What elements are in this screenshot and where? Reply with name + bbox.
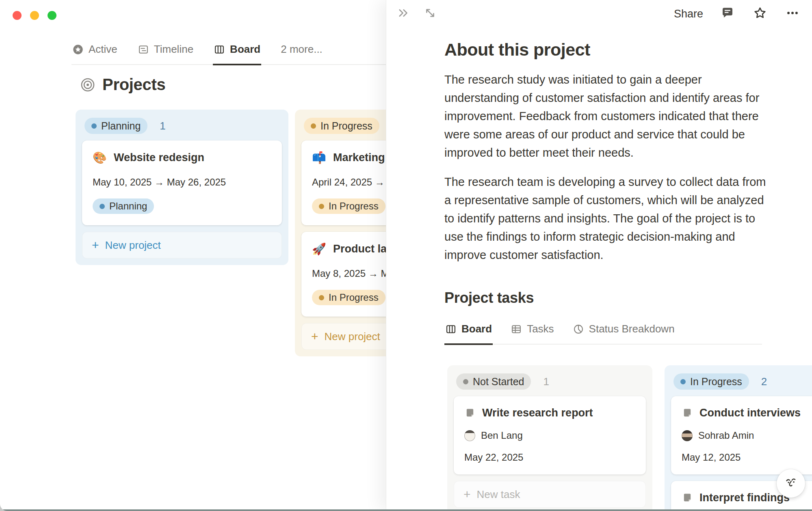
tab-label: Status Breakdown — [589, 323, 675, 335]
notion-ai-face-icon — [782, 474, 800, 493]
page-icon — [682, 492, 693, 504]
tab-label: 2 more... — [281, 43, 323, 56]
card-status-tag: Planning — [93, 198, 154, 214]
expand-diagonal-icon — [423, 6, 437, 22]
tab-tasks-table-view[interactable]: Tasks — [510, 318, 554, 345]
new-project-button[interactable]: + New project — [82, 232, 282, 259]
column-count: 2 — [761, 375, 767, 388]
plus-icon: + — [311, 330, 318, 343]
status-dot — [311, 123, 316, 129]
task-card-write-research-report[interactable]: Write research report Ben Lang May 22, 2… — [454, 396, 646, 474]
status-dot — [319, 295, 324, 300]
new-project-label: New project — [325, 330, 380, 343]
task-title: Interpret findings — [699, 492, 790, 504]
task-view-tabs: Board Tasks Status Breakdown — [444, 318, 762, 345]
task-title: Write research report — [482, 407, 593, 419]
board-columns-icon — [445, 323, 457, 335]
task-title: Conduct interviews — [699, 407, 801, 419]
column-header: In Progress 2 — [671, 373, 812, 390]
tab-label: Active — [89, 43, 117, 56]
new-task-button[interactable]: + New task — [454, 481, 646, 508]
plus-icon: + — [463, 488, 471, 500]
plus-icon: + — [92, 239, 99, 251]
avatar-ben-lang — [464, 430, 475, 441]
page-title: Projects — [102, 75, 165, 94]
column-header: Planning 1 — [82, 118, 282, 134]
notion-window: Active Timeline Board 2 more... Projects — [0, 0, 812, 511]
palette-emoji-icon: 🎨 — [93, 151, 107, 164]
column-count: 1 — [160, 120, 165, 132]
tab-task-board-view[interactable]: Board — [444, 318, 493, 345]
notion-ai-button[interactable] — [777, 469, 805, 498]
status-pill-planning[interactable]: Planning — [84, 118, 147, 134]
about-paragraph-1: The research study was initiated to gain… — [444, 71, 766, 162]
bullseye-icon — [80, 78, 95, 92]
status-dot — [680, 379, 686, 384]
more-options-button[interactable] — [784, 6, 801, 22]
column-count: 1 — [543, 375, 549, 388]
avatar-sohrab-amin — [682, 430, 693, 441]
card-status-tag: In Progress — [312, 290, 385, 305]
close-window-button[interactable] — [13, 11, 22, 20]
tab-label: Timeline — [154, 43, 193, 56]
tab-status-breakdown-view[interactable]: Status Breakdown — [572, 318, 676, 345]
status-dot — [319, 204, 324, 209]
task-date: May 12, 2025 — [682, 452, 812, 463]
side-peek-panel: Share About this project The research st… — [386, 0, 812, 511]
task-card-conduct-interviews[interactable]: Conduct interviews Sohrab Amin May 12, 2… — [671, 396, 812, 474]
view-tabs: Active Timeline Board 2 more... — [71, 38, 386, 65]
window-bottom-edge — [0, 509, 812, 511]
column-not-started: Not Started 1 Write research report Ben … — [447, 365, 652, 511]
window-controls — [13, 11, 56, 20]
minimize-window-button[interactable] — [30, 11, 39, 20]
tab-timeline-view[interactable]: Timeline — [137, 38, 194, 65]
peek-toolbar-left — [395, 6, 438, 22]
column-header: Not Started 1 — [454, 373, 646, 390]
board-columns-icon — [214, 44, 225, 55]
status-label: Planning — [101, 120, 141, 132]
status-pill-not-started[interactable]: Not Started — [456, 373, 531, 390]
tab-more-views[interactable]: 2 more... — [280, 38, 323, 65]
card-status-tag: In Progress — [312, 198, 385, 214]
expand-page-button[interactable] — [422, 6, 438, 22]
status-label: In Progress — [329, 292, 379, 303]
project-card-website-redesign[interactable]: 🎨 Website redesign May 10, 2025 → May 26… — [82, 140, 282, 225]
status-label: In Progress — [320, 120, 372, 132]
peek-content: About this project The research study wa… — [444, 0, 766, 345]
status-dot — [100, 204, 105, 209]
zoom-window-button[interactable] — [48, 11, 56, 20]
assignee-name: Ben Lang — [481, 430, 523, 441]
double-chevron-right-icon — [396, 6, 410, 22]
status-label: Planning — [109, 201, 147, 212]
tab-label: Tasks — [527, 323, 554, 335]
assignee-row: Ben Lang — [464, 430, 635, 441]
rocket-emoji-icon: 🚀 — [312, 242, 327, 256]
mailbox-emoji-icon: 📫 — [312, 151, 327, 164]
page-icon — [464, 408, 476, 419]
assignee-name: Sohrab Amin — [698, 430, 754, 441]
timeline-icon — [138, 44, 149, 55]
status-label: In Progress — [329, 201, 379, 212]
tab-label: Board — [461, 323, 492, 335]
status-dot — [463, 379, 468, 384]
tab-active-view[interactable]: Active — [71, 38, 118, 65]
tab-board-view[interactable]: Board — [213, 38, 261, 65]
about-paragraph-2: The research team is developing a survey… — [444, 173, 766, 264]
status-label: Not Started — [473, 376, 524, 388]
new-task-label: New task — [477, 488, 520, 501]
status-dot — [91, 123, 97, 129]
status-pill-in-progress[interactable]: In Progress — [673, 373, 749, 390]
assignee-row: Sohrab Amin — [682, 430, 812, 441]
task-date: May 22, 2025 — [464, 452, 635, 463]
close-peek-button[interactable] — [395, 6, 411, 22]
new-project-label: New project — [105, 239, 161, 252]
ellipsis-icon — [786, 6, 799, 22]
tasks-board: Not Started 1 Write research report Ben … — [447, 365, 812, 511]
status-pill-in-progress[interactable]: In Progress — [304, 118, 379, 134]
pie-chart-icon — [573, 323, 584, 335]
star-circle-icon — [72, 44, 84, 55]
project-tasks-heading: Project tasks — [444, 289, 766, 306]
card-title: Website redesign — [114, 151, 204, 164]
table-icon — [511, 323, 522, 335]
status-label: In Progress — [690, 376, 742, 388]
